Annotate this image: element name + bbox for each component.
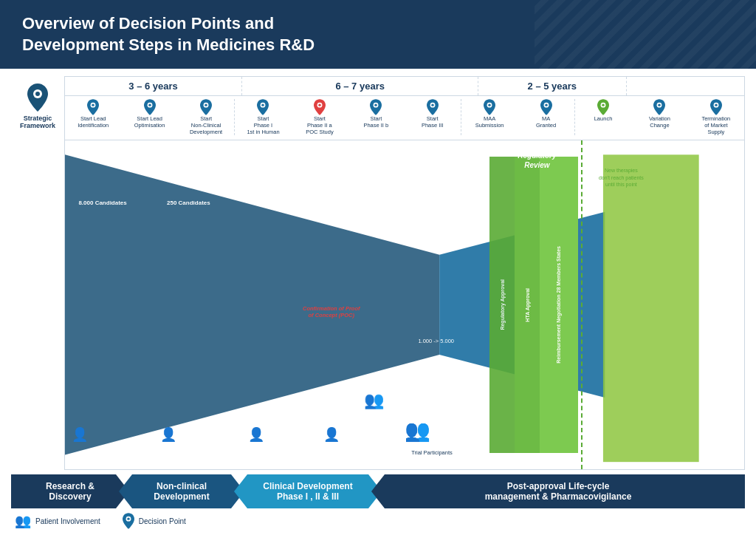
svg-point-11 — [318, 104, 320, 106]
svg-point-5 — [148, 104, 151, 106]
content-area: Strategic Framework 3 – 6 years 6 – 7 ye… — [0, 69, 756, 535]
svg-point-1 — [35, 92, 40, 96]
trial-1000-5000: 1.000 -> 5.000 — [418, 338, 454, 344]
timeline-section: Strategic Framework 3 – 6 years 6 – 7 ye… — [11, 76, 745, 470]
phase-label-2: 6 – 7 years — [242, 77, 478, 95]
hta-approval: HTA Approval — [515, 157, 540, 452]
sf-label: Strategic Framework — [11, 115, 64, 129]
steps-row: Start LeadIdentification Start LeadOptim… — [65, 96, 744, 140]
pin-blue-11 — [653, 99, 665, 115]
header: Overview of Decision Points and Developm… — [0, 0, 756, 69]
step-lead-id: Start LeadIdentification — [65, 99, 121, 135]
footer-icons: 👥 Patient Involvement Decision Point — [11, 511, 745, 531]
pin-green — [597, 99, 609, 115]
phase-label-1: 3 – 6 years — [65, 77, 242, 95]
main-container: Overview of Decision Points and Developm… — [0, 0, 756, 535]
decision-label: Decision Point — [139, 517, 186, 525]
step-variation: VariationChange — [631, 99, 687, 135]
confirmation-label: Confirmation of Proofof Concept (POC) — [303, 305, 360, 320]
pin-blue-7 — [427, 99, 439, 115]
person-group-2: 👥 — [405, 418, 430, 443]
pin-blue-4 — [257, 99, 269, 115]
svg-point-21 — [602, 104, 604, 106]
step-launch: Launch — [575, 99, 631, 135]
arrows-section: Research &Discovery Non-clinicalDevelopm… — [11, 470, 745, 511]
data-viz: 8.000 Candidates 250 Candidates 5 Medici… — [65, 140, 744, 469]
step-maa: MAASubmission — [461, 99, 518, 135]
reimbursement: Reimbursement Negotiation 28 Members Sta… — [540, 157, 577, 452]
header-title: Overview of Decision Points and Developm… — [22, 13, 734, 55]
svg-point-23 — [659, 104, 661, 106]
step-lead-opt: Start LeadOptimisation — [121, 99, 177, 135]
person-group-1: 👥 — [364, 391, 384, 410]
candidates-250: 250 Candidates — [167, 200, 210, 206]
regulatory-review-area: Regulatory Approval HTA Approval Reimbur… — [489, 157, 578, 452]
pin-blue-12 — [710, 99, 722, 115]
phases-header: 3 – 6 years 6 – 7 years 2 – 5 years — [65, 77, 744, 96]
svg-rect-28 — [603, 155, 699, 463]
timeline-box: 3 – 6 years 6 – 7 years 2 – 5 years Star… — [64, 76, 745, 470]
footer-decision: Decision Point — [123, 513, 186, 529]
svg-point-7 — [205, 104, 207, 106]
step-phase1: StartPhase I1st in Human — [235, 99, 291, 135]
location-pin-icon — [27, 84, 48, 112]
svg-point-9 — [262, 104, 264, 106]
person-icon-4: 👤 — [323, 426, 340, 443]
pin-blue-8 — [484, 99, 495, 115]
regulatory-review-title: RegulatoryReview — [489, 151, 585, 170]
svg-point-25 — [715, 104, 717, 106]
step-phase2a: StartPhase II aPOC Study — [292, 99, 348, 135]
step-phase3: StartPhase III — [405, 99, 461, 135]
pin-blue-6 — [370, 99, 382, 115]
reg-approval: Regulatory Approval — [489, 157, 515, 452]
svg-point-15 — [431, 104, 433, 106]
svg-point-17 — [488, 104, 490, 106]
arrow-nonclinical: Non-clinicalDevelopment — [119, 474, 244, 508]
svg-point-30 — [127, 517, 129, 519]
arrow-body-postapproval: Post-approval Life-cyclemanagement & Pha… — [371, 474, 745, 508]
candidates-8000: 8.000 Candidates — [78, 200, 126, 206]
step-phase2b: StartPhase II b — [348, 99, 404, 135]
candidates-5: 5 Medicines — [262, 200, 295, 206]
step-non-clinical: StartNon-ClinicalDevelopment — [178, 99, 235, 135]
new-therapies-note: New therapiesdon't reach patientsuntil t… — [588, 167, 654, 188]
person-icon-3: 👤 — [248, 426, 264, 443]
phase-label-3: 2 – 5 years — [478, 77, 626, 95]
pin-red — [314, 99, 326, 115]
dashed-line — [581, 140, 583, 469]
pin-blue-3 — [200, 99, 212, 115]
person-icon-2: 👤 — [160, 426, 176, 443]
arrow-clinical: Clinical DevelopmentPhase I , II & III — [234, 474, 382, 508]
arrow-body-research: Research &Discovery — [11, 474, 129, 508]
arrow-research: Research &Discovery — [11, 474, 129, 508]
step-termination: Terminationof MarketSupply — [688, 99, 744, 135]
phase-label-4 — [627, 77, 744, 95]
candidates-1: 1 Medicine — [384, 174, 433, 185]
patient-label: Patient Involvement — [35, 517, 100, 525]
patient-group-icon: 👥 — [15, 513, 31, 529]
svg-point-19 — [545, 104, 547, 106]
pin-blue-2 — [144, 99, 156, 115]
pin-blue-1 — [87, 99, 99, 115]
person-icon-1: 👤 — [72, 426, 88, 443]
arrow-postapproval: Post-approval Life-cyclemanagement & Pha… — [371, 474, 745, 508]
arrow-body-clinical: Clinical DevelopmentPhase I , II & III — [234, 474, 382, 508]
trial-20-100: 20 – 100 — [316, 413, 337, 420]
step-ma-granted: MAGranted — [518, 99, 574, 135]
trial-100-500: 100 – 500 — [357, 381, 382, 387]
svg-point-13 — [375, 104, 377, 106]
arrow-body-nonclinical: Non-clinicalDevelopment — [119, 474, 244, 508]
trial-participants-label: Trial Participants — [411, 449, 453, 456]
pin-blue-9 — [540, 99, 552, 115]
footer-patient: 👥 Patient Involvement — [15, 513, 100, 529]
strategic-framework: Strategic Framework — [11, 76, 64, 470]
svg-point-3 — [92, 104, 94, 106]
decision-point-icon — [123, 513, 134, 529]
